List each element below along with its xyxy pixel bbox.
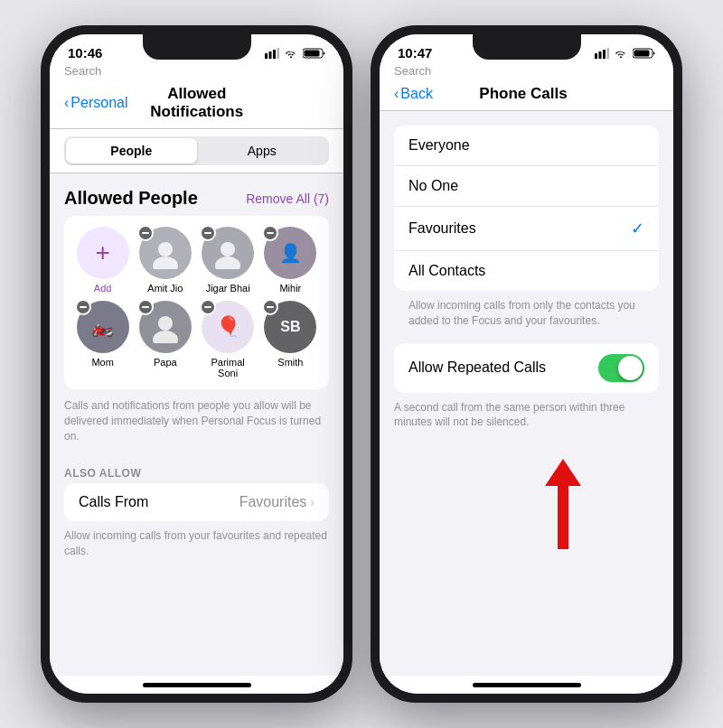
calls-from-value: Favourites › xyxy=(239,494,315,510)
papa-name: Papa xyxy=(154,357,177,368)
svg-rect-2 xyxy=(273,50,276,59)
svg-rect-1 xyxy=(269,51,272,59)
also-allow-header: ALSO ALLOW xyxy=(50,453,343,483)
back-button-1[interactable]: ‹ Personal xyxy=(64,95,127,111)
parimal-wrap: 🎈 xyxy=(202,301,254,353)
chevron-right-icon: › xyxy=(310,495,315,509)
person-papa[interactable]: Papa xyxy=(137,301,192,378)
repeated-calls-toggle[interactable] xyxy=(598,354,644,382)
segment-people[interactable]: People xyxy=(66,138,197,163)
back-chevron-1: ‹ xyxy=(64,95,69,111)
back-label-2: Back xyxy=(400,86,433,102)
person-mihir[interactable]: 👤 Mihir xyxy=(263,227,318,294)
option-allcontacts-label: All Contacts xyxy=(408,263,644,279)
toggle-knob xyxy=(618,356,643,380)
red-arrow-container xyxy=(380,441,673,549)
arrow-shaft xyxy=(558,486,568,549)
option-everyone[interactable]: Everyone xyxy=(394,126,659,166)
calls-from-row[interactable]: Calls From Favourites › xyxy=(64,483,329,521)
person-icon xyxy=(149,311,182,343)
repeated-calls-label: Allow Repeated Calls xyxy=(408,359,598,376)
calls-from-title: Calls From xyxy=(79,494,239,510)
option-favourites[interactable]: Favourites ✓ xyxy=(394,207,659,251)
allowed-people-header: Allowed People Remove All (7) xyxy=(50,173,343,216)
phone-1: 10:46 Search xyxy=(41,25,352,703)
add-label: Add xyxy=(94,283,112,294)
nav-title-1: Allowed Notifications xyxy=(127,85,266,121)
segment-control: People Apps xyxy=(50,129,343,173)
status-icons-1 xyxy=(265,48,325,59)
svg-point-8 xyxy=(221,242,235,257)
option-noone[interactable]: No One xyxy=(394,166,659,207)
smith-name: Smith xyxy=(277,357,303,368)
calls-from-value-text: Favourites xyxy=(239,494,307,510)
person-icon xyxy=(211,237,244,269)
mihir-name: Mihir xyxy=(279,283,301,294)
wifi-icon-2 xyxy=(614,48,628,59)
time-1: 10:46 xyxy=(68,45,102,61)
option-favourites-label: Favourites xyxy=(408,220,631,237)
person-jigar[interactable]: Jigar Bhai xyxy=(201,227,256,294)
person-smith[interactable]: SB Smith xyxy=(263,301,318,378)
calls-desc: Allow incoming calls from your favourite… xyxy=(50,521,343,570)
home-bar-1 xyxy=(143,683,251,687)
repeated-calls-row: Allow Repeated Calls xyxy=(394,343,659,393)
notch-1 xyxy=(143,34,251,60)
wifi-icon xyxy=(284,48,298,59)
add-plus-icon: + xyxy=(95,238,109,267)
jigar-remove xyxy=(200,225,216,241)
people-grid: + Add xyxy=(64,216,329,389)
segment-apps[interactable]: Apps xyxy=(197,138,328,163)
mom-photo: 🏍️ xyxy=(91,316,114,338)
mom-remove xyxy=(75,299,91,315)
svg-point-10 xyxy=(158,316,173,331)
person-add[interactable]: + Add xyxy=(75,227,130,294)
svg-rect-15 xyxy=(607,48,610,59)
parimal-remove xyxy=(200,299,216,315)
amit-wrap xyxy=(139,227,192,279)
person-parimal[interactable]: 🎈 Parimal Soni xyxy=(201,301,256,378)
option-allcontacts[interactable]: All Contacts xyxy=(394,251,659,291)
mihir-wrap: 👤 xyxy=(264,227,316,279)
nav-title-2: Phone Calls xyxy=(433,85,614,103)
add-avatar-wrap: + xyxy=(77,227,129,279)
add-avatar-circle: + xyxy=(77,227,129,279)
arrow-head xyxy=(545,459,581,486)
svg-rect-13 xyxy=(599,51,602,59)
remove-all-button[interactable]: Remove All (7) xyxy=(246,191,329,206)
person-amit[interactable]: Amit Jio xyxy=(137,227,192,294)
option-desc: Allow incoming calls from only the conta… xyxy=(380,291,673,329)
repeated-calls-desc: A second call from the same person withi… xyxy=(380,393,673,442)
home-indicator-2 xyxy=(380,676,673,694)
back-button-2[interactable]: ‹ Back xyxy=(394,86,433,102)
option-noone-label: No One xyxy=(408,178,644,194)
svg-point-9 xyxy=(215,257,240,269)
nav-bar-1: ‹ Personal Allowed Notifications xyxy=(50,81,343,129)
phone1-content: Allowed People Remove All (7) + Add xyxy=(50,173,343,676)
option-everyone-label: Everyone xyxy=(408,137,644,154)
svg-rect-0 xyxy=(265,53,268,59)
papa-remove xyxy=(137,299,154,315)
parimal-name: Parimal Soni xyxy=(201,357,256,378)
svg-point-11 xyxy=(153,331,178,343)
person-mom[interactable]: 🏍️ Mom xyxy=(75,301,130,378)
parimal-photo: 🎈 xyxy=(216,315,240,339)
search-back-1: Search xyxy=(50,64,343,81)
smith-wrap: SB xyxy=(264,301,316,353)
segment-wrapper: People Apps xyxy=(64,136,329,165)
mom-wrap: 🏍️ xyxy=(77,301,129,353)
signal-icon-2 xyxy=(595,48,609,59)
nav-bar-2: ‹ Back Phone Calls xyxy=(380,81,673,111)
svg-rect-3 xyxy=(277,48,280,59)
time-2: 10:47 xyxy=(398,45,432,61)
calls-from-card: Calls From Favourites › xyxy=(64,483,329,521)
back-chevron-2: ‹ xyxy=(394,86,399,102)
checkmark-icon: ✓ xyxy=(631,219,644,238)
status-icons-2 xyxy=(595,48,655,59)
svg-rect-17 xyxy=(634,50,650,56)
svg-rect-5 xyxy=(305,50,320,56)
search-label-2: Search xyxy=(394,64,431,78)
amit-name: Amit Jio xyxy=(147,283,183,294)
repeated-calls-section: Allow Repeated Calls xyxy=(394,343,659,393)
allowed-people-title: Allowed People xyxy=(64,188,198,209)
